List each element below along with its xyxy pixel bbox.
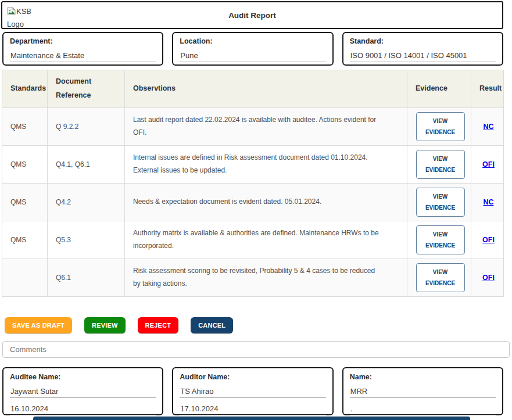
table-row: QMS Q4.1, Q6.1 Internal issues are defin… [2, 146, 504, 184]
col-header-result: Result [471, 70, 504, 108]
col-header-observations: Observtions [125, 70, 407, 108]
standard-cell [2, 259, 48, 297]
view-evidence-button[interactable]: VIEW EVIDENCE [416, 112, 465, 141]
observation-cell: Authority matrix is available & authorit… [125, 221, 407, 259]
audit-observations-table: Standards Document Reference Observtions… [2, 70, 504, 297]
department-box: Department: [2, 32, 163, 66]
auditor-date-input[interactable] [180, 404, 325, 415]
result-cell: OFI [471, 221, 504, 259]
auditor-box: Auditor Name: [172, 367, 333, 415]
result-cell: NC [471, 108, 504, 146]
result-link[interactable]: OFI [482, 236, 495, 244]
action-buttons-row: SAVE AS DRAFT REVIEW REJECT CANCEL [5, 317, 512, 333]
view-evidence-button[interactable]: VIEW EVIDENCE [416, 150, 465, 179]
ksb-logo-image: KSB Logo [7, 6, 37, 29]
result-link[interactable]: NC [483, 198, 493, 206]
evidence-cell: VIEW EVIDENCE [407, 259, 471, 297]
auditee-box: Auditee Name: [2, 367, 163, 415]
result-cell: OFI [471, 146, 504, 184]
reject-button[interactable]: REJECT [138, 317, 179, 333]
col-header-evidence: Evidence [407, 70, 471, 108]
observation-cell: Needs & expectation document is evident … [125, 184, 407, 221]
mrr-date-input[interactable] [350, 404, 496, 415]
comments-input[interactable] [2, 341, 510, 358]
auditee-date-input[interactable] [10, 404, 156, 415]
evidence-cell: VIEW EVIDENCE [407, 184, 471, 221]
location-label: Location: [180, 37, 325, 45]
review-button[interactable]: REVIEW [84, 317, 126, 333]
standard-label: Standard: [350, 37, 496, 45]
observation-cell: Last audit report dated 22.02.2024 is av… [125, 108, 407, 146]
standard-input[interactable] [350, 51, 496, 62]
standard-cell: QMS [2, 221, 48, 259]
table-row: QMS Q 9.2.2 Last audit report dated 22.0… [2, 108, 504, 146]
save-as-draft-button[interactable]: SAVE AS DRAFT [5, 317, 72, 333]
info-box-row: Department: Location: Standard: [2, 32, 503, 66]
broken-image-icon [7, 7, 16, 19]
auditee-name-input[interactable] [10, 387, 156, 398]
mrr-name-label: Name: [350, 373, 496, 381]
evidence-cell: VIEW EVIDENCE [407, 108, 471, 146]
page-title: Audit Report [228, 11, 276, 20]
doc-ref-cell: Q4.2 [48, 184, 125, 221]
evidence-cell: VIEW EVIDENCE [407, 221, 471, 259]
doc-ref-cell: Q 9.2.2 [48, 108, 125, 146]
department-label: Department: [10, 37, 156, 45]
mrr-name-input[interactable] [350, 387, 496, 398]
doc-ref-cell: Q6.1 [48, 259, 125, 297]
location-input[interactable] [180, 51, 325, 62]
observation-cell: Internal issues are defined in Risk asse… [125, 146, 407, 184]
view-evidence-button[interactable]: VIEW EVIDENCE [416, 263, 465, 292]
doc-ref-cell: Q5.3 [48, 221, 125, 259]
observation-cell: Risk assessment scoring to be revisited,… [125, 259, 407, 297]
signature-box-row: Auditee Name: Auditor Name: Name: [2, 367, 503, 415]
auditor-name-label: Auditor Name: [180, 373, 325, 381]
result-link[interactable]: NC [483, 123, 493, 131]
footer-bar [33, 417, 470, 420]
table-header-row: Standards Document Reference Observtions… [2, 70, 504, 108]
col-header-standards: Standards [2, 70, 48, 108]
table-row: QMS Q5.3 Authority matrix is available &… [2, 221, 504, 259]
report-header: KSB Logo Audit Report [1, 1, 503, 29]
col-header-doc-ref: Document Reference [48, 70, 125, 108]
department-input[interactable] [10, 51, 156, 62]
doc-ref-cell: Q4.1, Q6.1 [48, 146, 125, 184]
result-cell: NC [471, 184, 504, 221]
standard-box: Standard: [342, 32, 503, 66]
standard-cell: QMS [2, 146, 48, 184]
location-box: Location: [172, 32, 333, 66]
table-row: Q6.1 Risk assessment scoring to be revis… [2, 259, 504, 297]
standard-cell: QMS [2, 108, 48, 146]
evidence-cell: VIEW EVIDENCE [407, 146, 471, 184]
standard-cell: QMS [2, 184, 48, 221]
auditor-name-input[interactable] [180, 387, 325, 398]
mrr-name-box: Name: [342, 367, 503, 415]
result-cell: OFI [471, 259, 504, 297]
cancel-button[interactable]: CANCEL [191, 317, 233, 333]
result-link[interactable]: OFI [482, 160, 495, 168]
result-link[interactable]: OFI [482, 274, 495, 282]
view-evidence-button[interactable]: VIEW EVIDENCE [416, 188, 465, 217]
table-row: QMS Q4.2 Needs & expectation document is… [2, 184, 504, 221]
auditee-name-label: Auditee Name: [10, 373, 156, 381]
view-evidence-button[interactable]: VIEW EVIDENCE [416, 225, 465, 254]
